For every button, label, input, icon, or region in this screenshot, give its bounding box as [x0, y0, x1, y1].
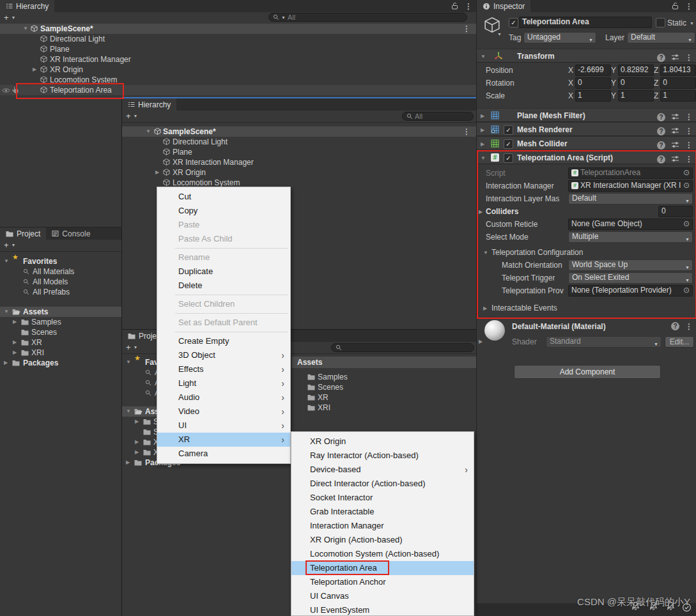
component-enabled-checkbox[interactable]: ✓ — [504, 153, 513, 163]
add-component-button[interactable]: Add Component — [514, 365, 661, 379]
hierarchy-item-directional-light[interactable]: Directional Light — [0, 34, 476, 44]
edit-shader-button[interactable]: Edit... — [665, 336, 694, 348]
submenu-item[interactable]: Direct Interactor (Action-based) › — [291, 477, 474, 491]
tab-hierarchy[interactable]: Hierarchy — [122, 98, 176, 111]
context-menu-item[interactable]: Light › — [157, 376, 290, 390]
assets-pane-header[interactable]: Assets — [291, 357, 476, 368]
foldout-closed-icon[interactable]: ▶ — [155, 169, 159, 175]
foldout-closed-icon[interactable]: ▶ — [4, 360, 8, 366]
create-button[interactable]: +▼ — [4, 13, 16, 22]
teleportation-script-header[interactable]: ▼ # ✓ Teleportation Area (Script) ? ⋮ — [477, 150, 696, 164]
foldout-open-icon[interactable]: ▼ — [146, 128, 151, 134]
component-menu-icon[interactable]: ⋮ — [685, 54, 693, 61]
foldout-open-icon[interactable]: ▼ — [483, 250, 488, 256]
component-menu-icon[interactable]: ⋮ — [685, 155, 693, 163]
tab-project[interactable]: Project — [0, 227, 46, 240]
favorite-all-materials[interactable]: All Materials — [0, 266, 121, 277]
gameobject-name-field[interactable]: Teleportation Area — [519, 17, 652, 28]
submenu-item[interactable]: Interaction Manager › — [291, 519, 474, 533]
colliders-size-field[interactable]: 0 — [658, 206, 693, 217]
context-menu-item[interactable]: Paste › — [157, 218, 290, 232]
project-search-input[interactable] — [331, 343, 474, 352]
interaction-layer-mask-dropdown[interactable]: Default▼ — [568, 193, 693, 204]
context-menu-item[interactable]: Duplicate › — [157, 265, 290, 279]
context-menu-item[interactable]: 3D Object › — [157, 348, 290, 362]
object-picker-icon[interactable]: ⊙ — [683, 219, 690, 229]
context-menu-item[interactable]: › — [175, 295, 288, 295]
presets-icon[interactable] — [671, 125, 679, 137]
packages-row[interactable]: ▶ Packages — [0, 358, 121, 368]
context-menu-item[interactable]: › — [175, 332, 288, 332]
help-icon[interactable]: ? — [671, 322, 679, 330]
context-menu-item[interactable]: Rename › — [157, 250, 290, 265]
context-menu-item[interactable]: UI › — [157, 419, 290, 433]
teleportation-provider-field[interactable]: None (Teleportation Provider)⊙ — [568, 285, 693, 296]
create-button[interactable]: +▼ — [126, 343, 138, 352]
context-menu-item[interactable]: › — [175, 248, 288, 249]
mesh-filter-header[interactable]: ▶ Plane (Mesh Filter) ? ⋮ — [477, 108, 696, 122]
scene-row[interactable]: ▼ SampleScene* ⋮ — [122, 127, 476, 137]
hierarchy-item-xr-origin[interactable]: ▶ XR Origin — [0, 65, 476, 75]
hierarchy-item-teleportation-area[interactable]: Teleportation Area — [0, 85, 476, 95]
hierarchy-search-input[interactable]: ▼ All — [268, 13, 467, 22]
foldout-closed-icon[interactable]: ▶ — [481, 127, 484, 133]
interactable-events-row[interactable]: ▶ Interactable Events — [477, 302, 696, 314]
foldout-closed-icon[interactable]: ▶ — [13, 350, 17, 355]
foldout-open-icon[interactable]: ▼ — [126, 408, 131, 414]
context-menu-item[interactable]: Paste As Child › — [157, 232, 290, 246]
context-menu-item[interactable]: › — [175, 313, 288, 314]
submenu-item[interactable]: XR Origin (Action-based) › — [291, 533, 474, 547]
layer-dropdown[interactable]: Default▼ — [627, 32, 695, 43]
folder-xr[interactable]: ▶ XR — [0, 337, 121, 348]
scene-menu-icon[interactable]: ⋮ — [463, 128, 470, 135]
favorite-all-prefabs[interactable]: All Prefabs — [0, 287, 121, 297]
create-button[interactable]: +▼ — [4, 240, 16, 250]
hierarchy-item-xr-origin[interactable]: ▶ XR Origin — [122, 167, 476, 178]
asset-folder-samples[interactable]: Samples — [291, 372, 476, 382]
axis-z-field[interactable]: 1 — [660, 90, 696, 102]
component-menu-icon[interactable]: ⋮ — [685, 127, 693, 135]
context-menu-item[interactable]: Cut › — [157, 190, 290, 204]
transform-component-header[interactable]: ▼ Transform ? ⋮ — [477, 49, 696, 63]
gameobject-icon-caret[interactable]: ▼ — [497, 32, 502, 36]
hierarchy-item-locomotion-system[interactable]: Locomotion System — [0, 75, 476, 85]
asset-folder-scenes[interactable]: Scenes — [291, 382, 476, 392]
assets-row[interactable]: ▼ Assets — [0, 307, 121, 317]
hierarchy-item-plane[interactable]: Plane — [122, 147, 476, 157]
foldout-closed-icon[interactable]: ▶ — [479, 209, 483, 215]
component-enabled-checkbox[interactable]: ✓ — [504, 125, 513, 135]
gameobject-cube-icon[interactable] — [484, 17, 500, 33]
axis-z-field[interactable]: 0 — [660, 77, 696, 89]
asset-folder-xr[interactable]: XR — [291, 392, 476, 403]
foldout-open-icon[interactable]: ▼ — [23, 26, 28, 31]
scene-row[interactable]: ▼ SampleScene* ⋮ — [0, 24, 476, 34]
context-menu-item[interactable]: Audio › — [157, 390, 290, 404]
script-object-field[interactable]: #TeleportationArea⊙ — [568, 167, 693, 179]
object-picker-icon[interactable]: ⊙ — [683, 168, 690, 178]
folder-xri[interactable]: ▶ XRI — [0, 348, 121, 358]
tag-dropdown[interactable]: Untagged▼ — [523, 32, 596, 43]
submenu-item[interactable]: UI EventSystem › — [291, 603, 474, 616]
hierarchy-item-xr-interaction-manager[interactable]: XR Interaction Manager — [122, 157, 476, 167]
context-menu-item[interactable]: Delete › — [157, 279, 290, 293]
context-menu-item[interactable]: XR › — [157, 433, 290, 447]
tab-console[interactable]: Console — [46, 227, 96, 240]
component-menu-icon[interactable]: ⋮ — [685, 141, 693, 149]
lock-icon[interactable] — [672, 1, 679, 12]
component-menu-icon[interactable]: ⋮ — [685, 113, 693, 121]
create-button[interactable]: +▼ — [126, 111, 138, 121]
tab-hierarchy[interactable]: Hierarchy — [0, 0, 54, 12]
context-menu-item[interactable]: Effects › — [157, 362, 290, 376]
folder-scenes[interactable]: Scenes — [0, 327, 121, 337]
foldout-open-icon[interactable]: ▼ — [481, 155, 486, 161]
context-menu-item[interactable]: Video › — [157, 404, 290, 419]
custom-reticle-field[interactable]: None (Game Object)⊙ — [568, 219, 693, 230]
presets-icon[interactable] — [671, 153, 679, 165]
context-menu-item[interactable]: Select Children › — [157, 297, 290, 311]
panel-menu-icon[interactable]: ⋮ — [465, 3, 472, 10]
hierarchy-search-input[interactable]: All — [402, 112, 474, 121]
favorite-all-models[interactable]: All Models — [0, 277, 121, 287]
tab-inspector[interactable]: Inspector — [477, 0, 530, 12]
folder-samples[interactable]: ▶ Samples — [0, 317, 121, 327]
foldout-closed-icon[interactable]: ▶ — [13, 319, 17, 325]
